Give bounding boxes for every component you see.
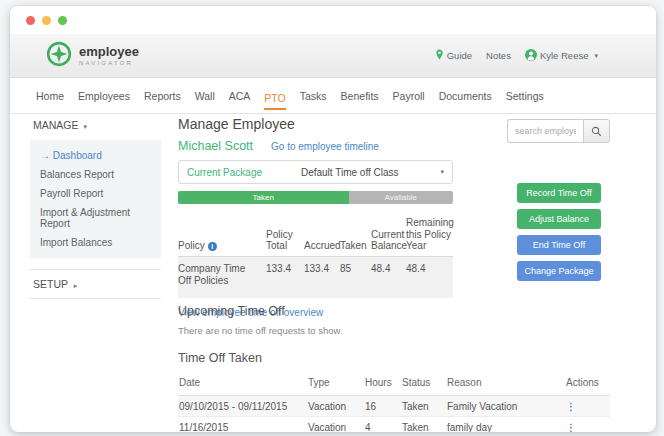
app-logo[interactable]: employee NAVIGATOR [46, 41, 139, 71]
remaining-value: 48.4 [406, 263, 453, 275]
col-policy-total: Policy Total [266, 229, 304, 252]
row-reason: family day [447, 422, 557, 433]
row-actions-menu-icon[interactable]: ⋮ [566, 401, 576, 412]
accrued-value: 133.4 [304, 263, 340, 275]
col-actions: Actions [557, 377, 610, 388]
nav-item-employees[interactable]: Employees [78, 86, 130, 106]
usage-bar-available-segment: Available [349, 191, 454, 204]
row-type: Vacation [308, 401, 365, 412]
usage-bar-taken-segment: Taken [178, 191, 349, 204]
col-taken: Taken [340, 240, 371, 252]
col-reason: Reason [447, 377, 557, 388]
chevron-down-icon: ▾ [440, 168, 444, 176]
action-buttons: Record Time Off Adjust Balance End Time … [517, 183, 601, 281]
lower-content: Upcoming Time Off There are no time off … [178, 304, 610, 432]
traffic-lights [26, 16, 67, 25]
row-reason: Family Vacation [447, 401, 557, 412]
end-time-off-button[interactable]: End Time Off [517, 235, 601, 255]
col-date: Date [178, 377, 308, 388]
info-icon[interactable]: i [208, 242, 217, 251]
package-select[interactable]: Current Package Default Time off Class ▾ [178, 160, 453, 184]
sidebar-item-import-balances[interactable]: Import Balances [30, 233, 161, 252]
search-button[interactable] [583, 119, 610, 143]
guide-link[interactable]: Guide [435, 49, 472, 62]
nav-item-reports[interactable]: Reports [144, 86, 181, 106]
logo-word-employee: employee [79, 46, 139, 58]
row-type: Vacation [308, 422, 365, 433]
time-off-usage-bar: Taken Available [178, 191, 453, 204]
nav-item-benefits[interactable]: Benefits [341, 86, 379, 106]
nav-item-tasks[interactable]: Tasks [300, 86, 327, 106]
map-pin-icon [435, 49, 444, 62]
user-avatar-icon [525, 49, 537, 63]
row-date: 11/16/2015 [178, 422, 308, 433]
employee-name: Michael Scott [178, 139, 253, 153]
nav-item-wall[interactable]: Wall [195, 86, 215, 106]
nav-item-pto[interactable]: PTO [264, 88, 285, 110]
row-date: 09/10/2015 - 09/11/2015 [178, 401, 308, 412]
sidebar-item-dashboard[interactable]: → Dashboard [30, 146, 161, 165]
taken-value: 85 [340, 263, 371, 275]
record-time-off-button[interactable]: Record Time Off [517, 183, 601, 203]
window-chrome [10, 6, 656, 34]
policy-table-header: Policyi Policy Total Accrued Taken Curre… [178, 217, 453, 257]
main-content: Manage Employee Michael Scott Go to empl… [178, 116, 453, 320]
package-label: Current Package [187, 167, 262, 178]
sidebar-manage-panel: → Dashboard Balances Report Payroll Repo… [30, 140, 161, 258]
nav-item-aca[interactable]: ACA [229, 86, 251, 106]
logo-word-navigator: NAVIGATOR [79, 60, 139, 66]
sidebar-item-balances-report[interactable]: Balances Report [30, 165, 161, 184]
sidebar-item-payroll-report[interactable]: Payroll Report [30, 184, 161, 203]
employee-row: Michael Scott Go to employee timeline [178, 139, 453, 153]
chevron-down-icon: ▾ [594, 52, 598, 60]
col-current-balance: Current Balance [371, 229, 406, 252]
sidebar-manage-header[interactable]: MANAGE▾ [30, 119, 161, 131]
table-row: 11/16/2015 Vacation 4 Taken family day ⋮ [178, 417, 610, 432]
adjust-balance-button[interactable]: Adjust Balance [517, 209, 601, 229]
row-status: Taken [402, 422, 447, 433]
upcoming-empty-text: There are no time off requests to show. [178, 325, 610, 336]
zoom-window-icon[interactable] [58, 16, 67, 25]
logo-icon [46, 41, 72, 71]
package-value: Default Time off Class [301, 167, 399, 178]
row-hours: 16 [365, 401, 402, 412]
sidebar-setup-header[interactable]: SETUP ▸ [30, 269, 161, 299]
browser-window: employee NAVIGATOR Guide Notes [10, 6, 656, 432]
current-balance-value: 48.4 [371, 263, 406, 275]
notes-link[interactable]: Notes [486, 50, 511, 61]
nav-item-settings[interactable]: Settings [506, 86, 544, 106]
app-header: employee NAVIGATOR Guide Notes [10, 34, 656, 78]
minimize-window-icon[interactable] [42, 16, 51, 25]
search-input[interactable] [507, 119, 583, 143]
manage-label: MANAGE [33, 119, 79, 131]
logo-text: employee NAVIGATOR [79, 46, 139, 66]
row-actions-menu-icon[interactable]: ⋮ [566, 422, 576, 433]
chevron-right-icon: ▸ [74, 282, 78, 289]
change-package-button[interactable]: Change Package [517, 261, 601, 281]
col-type: Type [308, 377, 365, 388]
notes-label: Notes [486, 50, 511, 61]
search-icon [591, 126, 602, 137]
upcoming-time-off-title: Upcoming Time Off [178, 304, 610, 318]
chevron-down-icon: ▾ [84, 123, 88, 130]
nav-item-payroll[interactable]: Payroll [393, 86, 425, 106]
col-remaining: Remaining this Policy Year [406, 217, 453, 252]
col-status: Status [402, 377, 447, 388]
policy-table-row: Company Time Off Policies 133.4 133.4 85… [178, 257, 453, 298]
user-name: Kyle Reese [540, 50, 589, 61]
employee-timeline-link[interactable]: Go to employee timeline [271, 141, 379, 152]
guide-label: Guide [447, 50, 472, 61]
header-links: Guide Notes Kyle Reese ▾ [435, 49, 598, 63]
col-policy: Policyi [178, 240, 266, 252]
row-hours: 4 [365, 422, 402, 433]
nav-item-documents[interactable]: Documents [439, 86, 492, 106]
close-window-icon[interactable] [26, 16, 35, 25]
nav-item-home[interactable]: Home [36, 86, 64, 106]
user-menu[interactable]: Kyle Reese ▾ [525, 49, 598, 63]
row-status: Taken [402, 401, 447, 412]
sidebar-item-import-adjustment-report[interactable]: Import & Adjustment Report [30, 203, 161, 233]
page-title: Manage Employee [178, 116, 453, 132]
employee-search [507, 119, 610, 143]
col-hours: Hours [365, 377, 402, 388]
policy-name: Company Time Off Policies [178, 263, 266, 287]
